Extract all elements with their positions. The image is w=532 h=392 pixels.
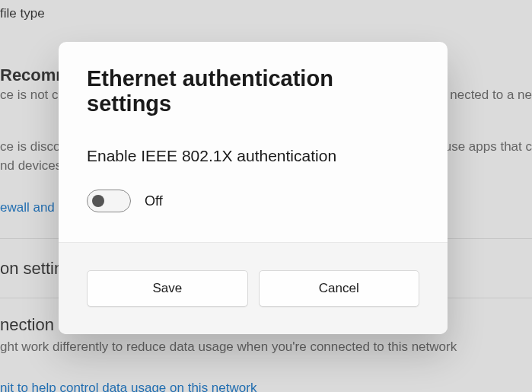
ieee-8021x-toggle[interactable]	[87, 190, 131, 212]
dialog-footer: Save Cancel	[59, 242, 448, 334]
dialog-body: Ethernet authentication settings Enable …	[59, 42, 448, 242]
cancel-button[interactable]: Cancel	[259, 270, 420, 307]
save-button[interactable]: Save	[87, 270, 248, 307]
toggle-row: Off	[87, 190, 419, 212]
ethernet-auth-dialog: Ethernet authentication settings Enable …	[59, 42, 448, 334]
ieee-8021x-label: Enable IEEE 802.1X authentication	[87, 147, 419, 165]
toggle-state-label: Off	[145, 193, 163, 209]
toggle-thumb-icon	[92, 195, 104, 207]
dialog-title: Ethernet authentication settings	[87, 66, 419, 116]
